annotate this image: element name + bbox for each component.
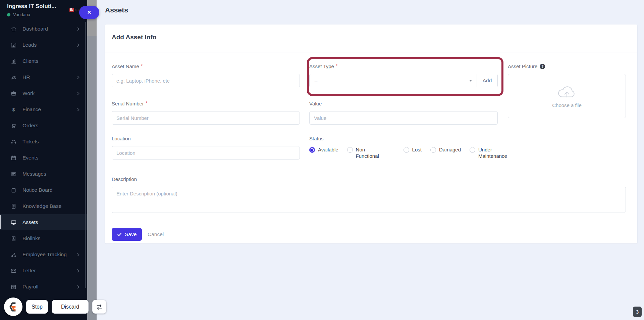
asset-name-label: Asset Name bbox=[112, 63, 139, 69]
sidebar-item-label: Messages bbox=[22, 171, 80, 177]
card-divider bbox=[105, 52, 637, 52]
sidebar-item-label: HR bbox=[22, 74, 70, 80]
sidebar-item-dashboard[interactable]: Dashboard bbox=[0, 21, 87, 37]
value-field: Value bbox=[309, 101, 498, 125]
sidebar-item-finance[interactable]: $ Finance bbox=[0, 101, 87, 118]
sidebar-item-notice-board[interactable]: Notice Board bbox=[0, 182, 87, 198]
radio-icon bbox=[430, 147, 436, 153]
sidebar-item-payroll[interactable]: Payroll bbox=[0, 279, 87, 295]
add-asset-card: Add Asset Info Asset Name* Asset Type* -… bbox=[105, 25, 637, 243]
scooter-icon bbox=[10, 251, 17, 258]
asset-picture-label: Asset Picture bbox=[508, 63, 537, 69]
sidebar-item-label: Payroll bbox=[22, 284, 70, 290]
sidebar-item-hr[interactable]: HR bbox=[0, 69, 87, 85]
sidebar-item-orders[interactable]: Orders bbox=[0, 118, 87, 134]
status-option-non-functional[interactable]: Non Functional bbox=[347, 147, 379, 159]
dimmed-gutter bbox=[87, 0, 97, 320]
card-footer-divider bbox=[105, 224, 637, 224]
status-option-under-maintenance[interactable]: Under Maintenance bbox=[470, 147, 509, 159]
status-option-label: Under Maintenance bbox=[478, 147, 509, 159]
sidebar-item-label: Events bbox=[22, 155, 80, 161]
sidebar-item-label: Work bbox=[22, 90, 70, 96]
main-content: Assets Add Asset Info Asset Name* Asset … bbox=[97, 0, 644, 320]
sidebar-item-employee-tracking[interactable]: Employee Tracking bbox=[0, 246, 87, 263]
save-button[interactable]: Save bbox=[112, 228, 142, 241]
sidebar-item-messages[interactable]: Messages bbox=[0, 166, 87, 182]
asset-type-selected-value: -- bbox=[314, 78, 318, 84]
app-logo[interactable] bbox=[4, 298, 22, 316]
swap-button[interactable] bbox=[92, 300, 106, 314]
clipboard-icon bbox=[10, 187, 17, 193]
radio-icon bbox=[470, 147, 475, 153]
svg-text:$: $ bbox=[12, 107, 15, 112]
stop-button[interactable]: Stop bbox=[26, 300, 48, 314]
required-asterisk: * bbox=[146, 100, 147, 106]
chevron-down-icon bbox=[469, 80, 472, 82]
sidebar-item-letter[interactable]: Letter bbox=[0, 263, 87, 279]
status-field: Status Available Non Functional Lost Dam… bbox=[309, 136, 517, 159]
sidebar-header: Ingress IT Soluti... Vandana bbox=[7, 3, 56, 17]
help-icon[interactable]: ? bbox=[540, 64, 545, 69]
asset-type-select[interactable]: -- bbox=[310, 74, 477, 87]
sidebar-item-label: Notice Board bbox=[22, 187, 80, 193]
sidebar-item-biolinks[interactable]: Biolinks bbox=[0, 230, 87, 246]
sidebar-item-label: Assets bbox=[22, 219, 80, 225]
sidebar-item-leads[interactable]: Leads bbox=[0, 37, 87, 53]
page-number-badge[interactable]: 3 bbox=[633, 307, 642, 317]
serial-number-label: Serial Number bbox=[112, 101, 144, 106]
close-sidebar-button[interactable]: ✕ bbox=[79, 6, 99, 19]
chat-icon bbox=[10, 171, 17, 177]
swap-arrows-icon bbox=[96, 303, 103, 311]
radio-icon bbox=[404, 147, 409, 153]
sidebar-nav: Dashboard Leads Clients HR Work $ Financ… bbox=[0, 21, 87, 295]
sidebar-item-clients[interactable]: Clients bbox=[0, 53, 87, 69]
cart-icon bbox=[10, 122, 17, 129]
sidebar-item-label: Leads bbox=[22, 42, 70, 48]
mail-icon bbox=[10, 267, 17, 274]
page-title: Assets bbox=[105, 6, 128, 14]
status-option-lost[interactable]: Lost bbox=[404, 147, 422, 153]
asset-picture-upload[interactable]: Choose a file bbox=[508, 74, 626, 118]
sidebar-item-events[interactable]: Events bbox=[0, 150, 87, 166]
chevron-right-icon bbox=[76, 253, 80, 257]
close-icon: ✕ bbox=[87, 9, 92, 15]
status-label: Status bbox=[309, 136, 324, 141]
description-textarea[interactable] bbox=[112, 187, 626, 213]
sidebar-item-knowledge-base[interactable]: Knowledge Base bbox=[0, 198, 87, 214]
sidebar-item-tickets[interactable]: Tickets bbox=[0, 134, 87, 150]
calendar-icon bbox=[10, 154, 17, 161]
description-field: Description bbox=[112, 176, 626, 214]
location-field: Location bbox=[112, 136, 300, 159]
check-icon bbox=[117, 232, 122, 236]
sidebar-scrollbar[interactable] bbox=[85, 22, 86, 288]
serial-number-input[interactable] bbox=[112, 111, 300, 125]
headset-icon bbox=[10, 138, 17, 145]
building-icon bbox=[10, 58, 17, 64]
sidebar-item-label: Tickets bbox=[22, 139, 80, 145]
location-input[interactable] bbox=[112, 146, 300, 159]
sidebar-item-label: Biolinks bbox=[22, 235, 80, 241]
chevron-right-icon bbox=[76, 269, 80, 273]
payroll-calendar-icon bbox=[10, 283, 17, 290]
sidebar-item-assets[interactable]: Assets bbox=[0, 214, 87, 230]
briefcase-icon bbox=[10, 90, 17, 97]
required-asterisk: * bbox=[141, 63, 143, 68]
discard-button[interactable]: Discard bbox=[52, 300, 89, 314]
session-toolbar: Stop Discard bbox=[4, 298, 106, 316]
sidebar-item-label: Clients bbox=[22, 58, 80, 64]
required-asterisk: * bbox=[336, 63, 337, 68]
value-input[interactable] bbox=[309, 111, 498, 125]
add-asset-type-button[interactable]: Add bbox=[477, 74, 497, 87]
user-name: Vandana bbox=[13, 12, 30, 17]
status-option-label: Damaged bbox=[439, 147, 461, 153]
cancel-button[interactable]: Cancel bbox=[148, 231, 164, 237]
org-name: Ingress IT Soluti... bbox=[7, 3, 56, 10]
sidebar-item-work[interactable]: Work bbox=[0, 85, 87, 101]
asset-name-input[interactable] bbox=[112, 74, 300, 87]
status-option-damaged[interactable]: Damaged bbox=[430, 147, 461, 153]
user-card-icon bbox=[10, 42, 17, 48]
value-label: Value bbox=[309, 101, 322, 106]
status-option-label: Available bbox=[318, 147, 338, 153]
status-option-available[interactable]: Available bbox=[309, 147, 338, 153]
monitor-icon bbox=[10, 219, 17, 226]
